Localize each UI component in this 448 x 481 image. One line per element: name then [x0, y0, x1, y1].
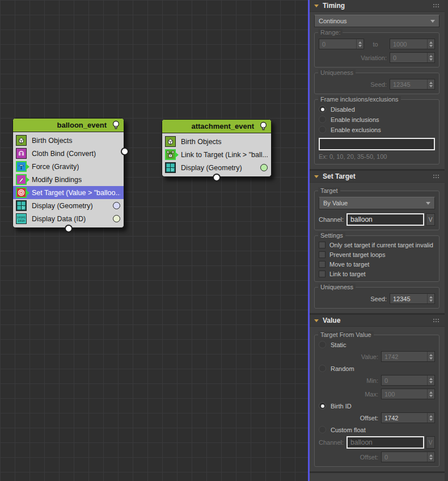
- timing-uniqueness-group: Uniqueness Seed: 12345: [314, 73, 439, 94]
- operator-row[interactable]: Display (Geometry): [162, 161, 271, 174]
- radio-disabled[interactable]: [319, 106, 326, 113]
- range-from-spinner[interactable]: 0: [319, 39, 364, 49]
- node-title-bar[interactable]: balloon_event: [13, 119, 124, 132]
- event-node-balloon[interactable]: balloon_event Birth Objects: [12, 118, 124, 228]
- operator-row[interactable]: Birth Objects: [162, 135, 271, 148]
- spinner-arrows-icon: [356, 39, 364, 49]
- spinner-arrows-icon: [427, 413, 434, 423]
- operator-row[interactable]: Link to Target (Link > "ball...: [162, 148, 271, 161]
- svg-text:1010: 1010: [18, 219, 24, 222]
- frames-example-hint: Ex: 0, 10, 20, 35-50, 100: [319, 153, 435, 160]
- radio-custom-float[interactable]: [319, 426, 326, 433]
- timing-section: Continous Range: 0 to 1000 Variation: 0: [310, 12, 445, 169]
- channel-picker-button[interactable]: V: [426, 213, 435, 226]
- custom-channel-input[interactable]: balloon: [346, 436, 424, 449]
- lightbulb-icon[interactable]: [111, 120, 121, 130]
- link-to-target-icon: [165, 149, 176, 160]
- chevron-down-icon: [426, 202, 430, 205]
- rollout-title: Value: [323, 317, 340, 324]
- spinner-arrows-icon: [427, 352, 434, 361]
- display-data-icon: 10101 1010: [16, 213, 27, 224]
- radio-static[interactable]: [319, 341, 326, 348]
- node-title-bar[interactable]: attachment_event: [162, 120, 271, 133]
- birth-objects-icon: [165, 136, 176, 147]
- operator-label: Display Data (ID): [32, 215, 86, 223]
- event-output-port[interactable]: [65, 225, 73, 233]
- display-color-port[interactable]: [113, 215, 120, 222]
- operator-label: Set Target (Value > "balloo...: [32, 189, 120, 197]
- collapse-arrow-icon: [314, 319, 319, 322]
- operator-label: Cloth Bind (Convert): [32, 150, 96, 158]
- operator-label: Display (Geometry): [32, 202, 93, 210]
- operator-label: Birth Objects: [32, 137, 73, 145]
- event-output-port[interactable]: [213, 174, 221, 182]
- node-title-label: balloon_event: [57, 121, 107, 129]
- spinner-arrows-icon: [427, 39, 434, 49]
- rollout-header-set-target[interactable]: Set Target: [310, 171, 445, 183]
- chevron-down-icon: [430, 20, 435, 23]
- svg-text:10101: 10101: [17, 216, 26, 219]
- timing-seed-spinner[interactable]: 12345: [390, 79, 435, 90]
- lightbulb-icon[interactable]: [259, 121, 268, 131]
- random-min-spinner[interactable]: 0: [381, 375, 435, 386]
- operator-list: Birth Objects Link to Target (Link > "ba…: [162, 133, 271, 176]
- range-group: Range: 0 to 1000 Variation: 0: [314, 32, 439, 67]
- node-graph-canvas[interactable]: balloon_event Birth Objects: [0, 0, 310, 481]
- rollout-title: Timing: [323, 2, 345, 10]
- checkbox-prevent-target-loops[interactable]: [319, 251, 326, 258]
- operator-row[interactable]: 10101 1010 Display Data (ID): [13, 212, 124, 225]
- operator-label: Display (Geometry): [181, 164, 242, 172]
- radio-birth-id[interactable]: [319, 402, 326, 410]
- variation-spinner[interactable]: 0: [390, 52, 435, 63]
- static-value-spinner[interactable]: 1742: [381, 351, 435, 362]
- operator-row[interactable]: Modify Bindings: [13, 173, 124, 186]
- frames-list-input[interactable]: [319, 138, 435, 150]
- set-target-uniqueness-group: Uniqueness Seed: 12345: [314, 287, 439, 309]
- operator-output-port[interactable]: [121, 147, 129, 155]
- custom-offset-spinner[interactable]: 0: [381, 452, 435, 462]
- operator-row[interactable]: Cloth Bind (Convert): [13, 147, 124, 160]
- set-target-seed-spinner[interactable]: 12345: [390, 293, 435, 304]
- checkbox-only-set-if-invalid[interactable]: [319, 242, 326, 248]
- timing-type-dropdown[interactable]: Continous: [314, 15, 439, 27]
- target-from-value-group: Target From Value Static Value: 1742 Ran…: [314, 335, 439, 467]
- display-color-port[interactable]: [260, 164, 268, 171]
- spinner-arrows-icon: [427, 79, 434, 89]
- dropdown-value: By Value: [323, 200, 348, 206]
- value-section: Target From Value Static Value: 1742 Ran…: [310, 327, 445, 471]
- modify-bindings-icon: [16, 174, 27, 185]
- spinner-arrows-icon: [427, 375, 434, 385]
- checkbox-move-to-target[interactable]: [319, 261, 326, 268]
- drag-grip-icon[interactable]: [433, 174, 440, 179]
- operator-row-selected[interactable]: Set Target (Value > "balloo...: [13, 186, 124, 199]
- birth-offset-spinner[interactable]: 1742: [381, 412, 435, 423]
- radio-random[interactable]: [319, 365, 326, 372]
- collapse-arrow-icon: [314, 5, 319, 7]
- channel-picker-button[interactable]: V: [426, 436, 435, 449]
- display-geometry-icon: [16, 200, 27, 211]
- force-gravity-icon: [16, 161, 27, 172]
- checkbox-link-to-target[interactable]: [319, 271, 326, 277]
- drag-grip-icon[interactable]: [433, 3, 440, 9]
- drag-grip-icon[interactable]: [433, 318, 440, 323]
- operator-label: Force (Gravity): [32, 163, 79, 171]
- operator-row[interactable]: Birth Objects: [13, 134, 124, 147]
- random-max-spinner[interactable]: 100: [381, 389, 435, 399]
- rollout-header-value[interactable]: Value: [310, 315, 445, 327]
- target-group: Target By Value Channel: balloon V: [314, 191, 439, 230]
- rollout-header-timing[interactable]: Timing: [310, 0, 445, 12]
- birth-objects-icon: [16, 135, 27, 146]
- cloth-bind-icon: [16, 148, 27, 159]
- target-channel-input[interactable]: balloon: [346, 213, 424, 226]
- operator-row[interactable]: Display (Geometry): [13, 199, 124, 212]
- operator-row[interactable]: Force (Gravity): [13, 160, 124, 173]
- range-to-spinner[interactable]: 1000: [390, 39, 435, 49]
- radio-enable-inclusions[interactable]: [319, 116, 326, 123]
- event-node-attachment[interactable]: attachment_event Birth Objects: [162, 119, 272, 177]
- spinner-arrows-icon: [427, 389, 434, 399]
- operator-label: Modify Bindings: [32, 176, 82, 184]
- spinner-arrows-icon: [427, 452, 434, 462]
- display-color-port[interactable]: [113, 202, 120, 209]
- radio-enable-exclusions[interactable]: [319, 126, 326, 133]
- target-mode-dropdown[interactable]: By Value: [319, 197, 435, 209]
